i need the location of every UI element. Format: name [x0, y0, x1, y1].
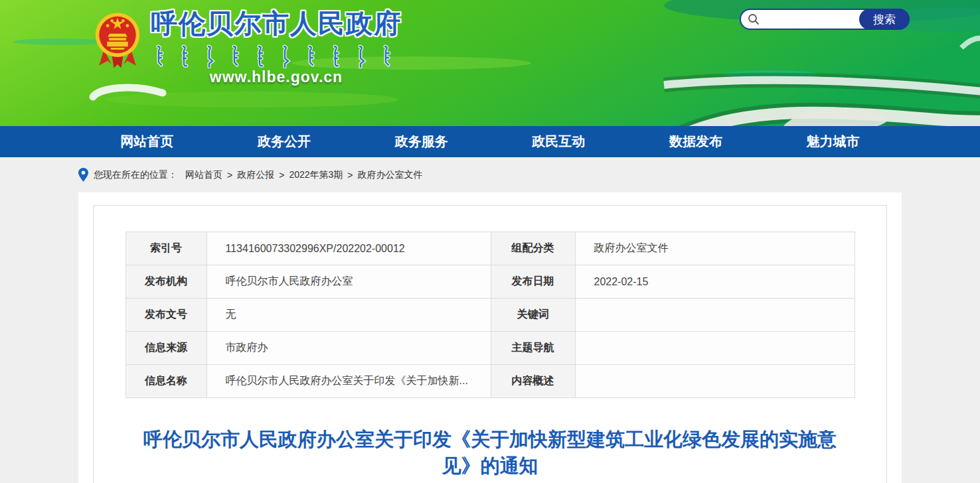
document-title: 呼伦贝尔市人民政府办公室关于印发《关于加快新型建筑工业化绿色发展的实施意见》的通… [125, 426, 855, 479]
meta-value-topic-nav [575, 332, 855, 365]
meta-value-doc-number: 无 [206, 299, 491, 332]
search-icon [748, 13, 760, 25]
nav-item-gov-info[interactable]: 政务公开 [258, 133, 311, 151]
breadcrumb-item-gazette[interactable]: 政府公报 [237, 169, 274, 181]
breadcrumb-separator: > [347, 170, 353, 180]
nav-item-home[interactable]: 网站首页 [120, 133, 173, 151]
meta-value-summary [575, 365, 855, 398]
search-button[interactable]: 搜索 [859, 9, 910, 30]
meta-label-info-name: 信息名称 [125, 365, 206, 398]
document-container: 索引号 1134160073302996XP/202202-00012 组配分类… [93, 205, 887, 483]
meta-label-index-number: 索引号 [125, 232, 206, 265]
meta-value-category: 政府办公室文件 [575, 232, 855, 265]
metadata-table: 索引号 1134160073302996XP/202202-00012 组配分类… [125, 232, 855, 398]
meta-label-topic-nav: 主题导航 [491, 332, 575, 365]
mongolian-script-decoration [153, 44, 400, 68]
meta-label-keywords: 关键词 [491, 299, 575, 332]
breadcrumb-item-issue[interactable]: 2022年第3期 [289, 169, 343, 181]
table-row: 信息名称 呼伦贝尔市人民政府办公室关于印发《关于加快新... 内容概述 [125, 365, 855, 398]
site-header: 呼伦贝尔市人民政府 [0, 0, 980, 126]
meta-value-index-number: 1134160073302996XP/202202-00012 [206, 232, 491, 265]
nav-item-interaction[interactable]: 政民互动 [532, 133, 585, 151]
breadcrumb-separator: > [227, 170, 232, 180]
site-title: 呼伦贝尔市人民政府 [150, 5, 402, 42]
meta-label-summary: 内容概述 [491, 365, 575, 398]
meta-value-info-name: 呼伦贝尔市人民政府办公室关于印发《关于加快新... [206, 365, 491, 398]
nav-item-city[interactable]: 魅力城市 [807, 133, 860, 151]
search-box: 搜索 [740, 9, 910, 30]
meta-label-publish-date: 发布日期 [491, 265, 575, 299]
table-row: 信息来源 市政府办 主题导航 [125, 332, 855, 365]
breadcrumb-item-home[interactable]: 网站首页 [185, 169, 222, 181]
meta-label-doc-number: 发布文号 [125, 299, 206, 332]
meta-label-category: 组配分类 [491, 232, 575, 265]
meta-value-keywords [575, 299, 855, 332]
site-url: www.hlbe.gov.cn [150, 68, 402, 86]
meta-value-publish-date: 2022-02-15 [575, 265, 855, 299]
breadcrumb-prefix: 您现在所在的位置： [94, 169, 177, 181]
breadcrumb-item-category[interactable]: 政府办公室文件 [358, 169, 423, 181]
meta-label-info-source: 信息来源 [125, 332, 206, 365]
table-row: 发布机构 呼伦贝尔市人民政府办公室 发布日期 2022-02-15 [125, 265, 855, 299]
breadcrumb-separator: > [279, 170, 284, 180]
breadcrumb: 您现在所在的位置： 网站首页 > 政府公报 > 2022年第3期 > 政府办公室… [78, 157, 902, 192]
table-row: 索引号 1134160073302996XP/202202-00012 组配分类… [125, 232, 855, 265]
content-panel: 索引号 1134160073302996XP/202202-00012 组配分类… [78, 192, 902, 483]
meta-label-issuing-agency: 发布机构 [125, 265, 206, 299]
national-emblem [93, 8, 142, 72]
meta-value-info-source: 市政府办 [206, 332, 491, 365]
table-row: 发布文号 无 关键词 [125, 299, 855, 332]
meta-value-issuing-agency: 呼伦贝尔市人民政府办公室 [206, 265, 491, 299]
main-nav: 网站首页 政务公开 政务服务 政民互动 数据发布 魅力城市 [0, 126, 980, 157]
search-input[interactable] [764, 11, 859, 27]
nav-item-data[interactable]: 数据发布 [669, 133, 722, 151]
location-pin-icon [78, 168, 88, 182]
nav-item-gov-service[interactable]: 政务服务 [395, 133, 448, 151]
